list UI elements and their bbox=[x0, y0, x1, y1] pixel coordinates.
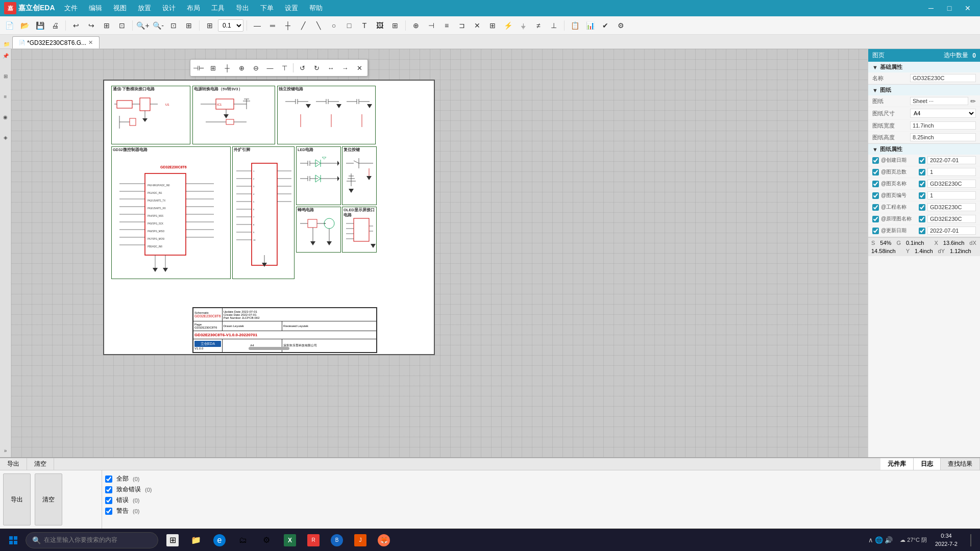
bus-entry-button[interactable]: ⊐ bbox=[455, 18, 469, 33]
arc-button[interactable]: ╲ bbox=[311, 18, 326, 33]
junction-button[interactable]: ┼ bbox=[281, 18, 295, 33]
task-icon-firefox[interactable]: 🦊 bbox=[373, 529, 395, 552]
pin-button[interactable]: ⊣ bbox=[424, 18, 438, 33]
attr-check-3[interactable] bbox=[872, 192, 879, 199]
menu-tools[interactable]: 工具 bbox=[206, 3, 230, 14]
ls-element-icon[interactable]: ◉ bbox=[1, 112, 10, 121]
attr-visible-2[interactable] bbox=[919, 181, 925, 187]
bottom-tab-complib[interactable]: 元件库 bbox=[880, 458, 914, 470]
show-desktop-button[interactable] bbox=[964, 529, 978, 552]
grid-button[interactable]: ⊞ bbox=[100, 18, 114, 33]
ls-layer-icon[interactable]: ≡ bbox=[1, 92, 10, 101]
check-warn-input[interactable] bbox=[105, 508, 112, 515]
clock-widget[interactable]: 0:34 2022-7-2 bbox=[931, 532, 962, 548]
menu-place[interactable]: 放置 bbox=[133, 3, 156, 14]
netlist-button[interactable]: 📋 bbox=[568, 18, 582, 33]
task-icon-explorer[interactable]: 📁 bbox=[185, 529, 207, 552]
menu-export[interactable]: 导出 bbox=[231, 3, 254, 14]
attr-value-6[interactable]: 2022-07-01 bbox=[927, 227, 976, 235]
redo-button[interactable]: ↪ bbox=[84, 18, 99, 33]
tab-close-icon[interactable]: ✕ bbox=[88, 39, 93, 46]
check-error-input[interactable] bbox=[105, 497, 112, 504]
tray-network[interactable]: 🌐 bbox=[875, 536, 883, 544]
canvas-area[interactable]: ⊣⊢ ⊞ ┼ ⊕ ⊖ — ⊤ ↺ ↻ ↔ → ✕ 通信 bbox=[11, 49, 868, 457]
close-button[interactable]: ✕ bbox=[960, 3, 976, 13]
ft-rotate-right[interactable]: ↻ bbox=[310, 61, 323, 74]
ft-rotate-left[interactable]: ↺ bbox=[296, 61, 309, 74]
menu-order[interactable]: 下单 bbox=[255, 3, 279, 14]
diff-button[interactable]: ≠ bbox=[531, 18, 546, 33]
ls-net-icon[interactable]: ◈ bbox=[1, 133, 10, 142]
zoom-out-button[interactable]: 🔍- bbox=[151, 18, 165, 33]
probe-button[interactable]: ⊥ bbox=[547, 18, 561, 33]
attr-visible-6[interactable] bbox=[919, 228, 925, 234]
image-button[interactable]: 🖼 bbox=[373, 18, 387, 33]
attr-value-3[interactable]: 1 bbox=[927, 191, 976, 199]
ft-align-center-h[interactable]: ⊞ bbox=[206, 61, 219, 74]
line-button[interactable]: ╱ bbox=[296, 18, 310, 33]
print-button[interactable]: 🖨 bbox=[48, 18, 62, 33]
menu-layout[interactable]: 布局 bbox=[182, 3, 205, 14]
attr-visible-5[interactable] bbox=[919, 216, 925, 222]
attr-check-1[interactable] bbox=[872, 169, 879, 176]
comp-button[interactable]: ⊕ bbox=[409, 18, 423, 33]
attr-visible-3[interactable] bbox=[919, 192, 925, 199]
settings2-button[interactable]: ⚙ bbox=[614, 18, 628, 33]
zoom-combo[interactable]: 0.1 bbox=[218, 19, 243, 32]
ft-arrow-right[interactable]: → bbox=[338, 61, 352, 74]
attr-value-1[interactable]: 1 bbox=[927, 168, 976, 176]
table2-button[interactable]: ⊞ bbox=[388, 18, 402, 33]
table-button[interactable]: ⊞ bbox=[203, 18, 217, 33]
bottom-tab-find[interactable]: 查找结果 bbox=[941, 458, 980, 470]
open-button[interactable]: 📂 bbox=[17, 18, 32, 33]
rect-button[interactable]: □ bbox=[342, 18, 356, 33]
task-icon-excel[interactable]: X bbox=[279, 529, 301, 552]
paper-value[interactable]: Sheet ··· bbox=[910, 97, 968, 105]
weather-widget[interactable]: ☁ 27°C 阴 bbox=[898, 536, 929, 544]
ft-distribute-v[interactable]: ⊖ bbox=[249, 61, 262, 74]
task-icon-edge[interactable]: e bbox=[208, 529, 231, 552]
noconn-button[interactable]: ✕ bbox=[470, 18, 484, 33]
paper-title[interactable]: ▼ 图纸 bbox=[868, 85, 980, 95]
ls-component-icon[interactable]: ⊞ bbox=[1, 71, 10, 81]
menu-file[interactable]: 文件 bbox=[59, 3, 83, 14]
attr-check-4[interactable] bbox=[872, 204, 879, 211]
power-button[interactable]: ⚡ bbox=[501, 18, 515, 33]
task-icon-orange[interactable]: J bbox=[349, 529, 372, 552]
new-button[interactable]: 📄 bbox=[2, 18, 16, 33]
paper-edit-button[interactable]: ✏ bbox=[970, 97, 976, 105]
attr-value-4[interactable]: GD32E230C bbox=[927, 203, 976, 211]
check-all-input[interactable] bbox=[105, 475, 112, 483]
ls-pin-icon[interactable]: 📌 bbox=[1, 51, 10, 60]
paper-height-value[interactable]: 8.25inch bbox=[910, 133, 976, 141]
tab-folder-icon[interactable]: 📁 bbox=[2, 39, 11, 48]
attr-visible-1[interactable] bbox=[919, 169, 925, 176]
ft-align-mid[interactable]: ┼ bbox=[220, 61, 234, 74]
text-button[interactable]: T bbox=[357, 18, 372, 33]
name-value[interactable]: GD32E230C bbox=[910, 74, 976, 82]
ft-align-top[interactable]: ⊤ bbox=[278, 61, 291, 74]
undo-button[interactable]: ↩ bbox=[69, 18, 83, 33]
export-btn[interactable]: 导出 bbox=[3, 473, 31, 525]
snap-button[interactable]: ⊡ bbox=[115, 18, 129, 33]
bom-button[interactable]: 📊 bbox=[583, 18, 597, 33]
attr-visible-0[interactable] bbox=[919, 157, 925, 164]
attr-value-0[interactable]: 2022-07-01 bbox=[927, 156, 976, 164]
tab-schematic[interactable]: 📄 *GD32E230C8T6.G... ✕ bbox=[12, 36, 100, 48]
menu-view[interactable]: 视图 bbox=[108, 3, 132, 14]
circle-button[interactable]: ○ bbox=[327, 18, 341, 33]
hier-button[interactable]: ⊞ bbox=[485, 18, 500, 33]
save-button[interactable]: 💾 bbox=[33, 18, 47, 33]
tray-expand[interactable]: ∧ bbox=[868, 536, 873, 544]
page-attrs-title[interactable]: ▼ 图纸属性 bbox=[868, 144, 980, 155]
task-icon-files[interactable]: 🗂 bbox=[232, 529, 254, 552]
ft-close[interactable]: ✕ bbox=[353, 61, 366, 74]
net-button[interactable]: ≡ bbox=[439, 18, 454, 33]
basic-props-title[interactable]: ▼ 基础属性 bbox=[868, 62, 980, 72]
bus-button[interactable]: ═ bbox=[265, 18, 280, 33]
gnd-button[interactable]: ⏚ bbox=[516, 18, 530, 33]
menu-edit[interactable]: 编辑 bbox=[84, 3, 107, 14]
ls-expand-icon[interactable]: » bbox=[1, 446, 10, 455]
attr-check-5[interactable] bbox=[872, 216, 879, 222]
clear-btn[interactable]: 清空 bbox=[35, 473, 62, 525]
